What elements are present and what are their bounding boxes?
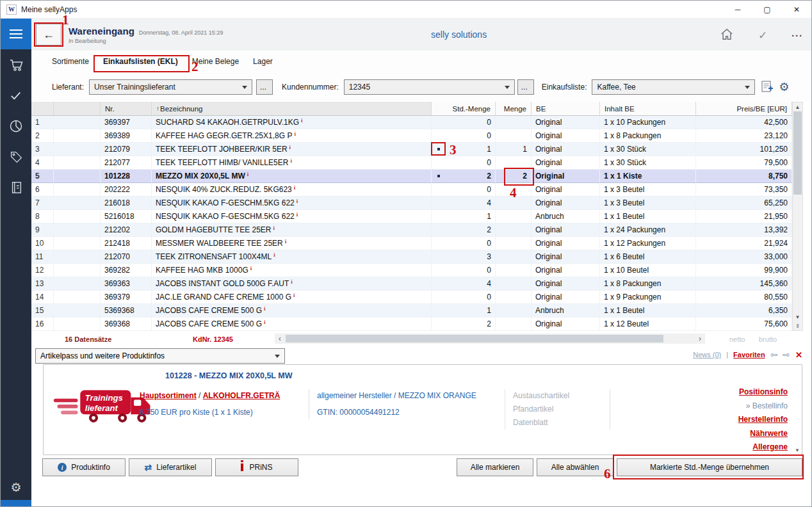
- prev-article-icon[interactable]: ⇦: [770, 350, 778, 360]
- table-row[interactable]: 9 212202 GOLDM HAGEBUTTE TEE 25ER 2 Orig…: [31, 223, 792, 237]
- tab[interactable]: Meine Belege: [192, 57, 239, 66]
- table-row[interactable]: 3 212079 TEEK TEEFLOTT JOHBEER/KIR 5ER 1…: [31, 143, 792, 156]
- horizontal-scroll-thumb[interactable]: [286, 335, 663, 342]
- std-menge-uebernehmen-button[interactable]: Markierte Std.-Menge übernehmen: [617, 458, 802, 476]
- sidebar-item-prices[interactable]: [1, 141, 31, 172]
- lieferant-more-button[interactable]: ...: [256, 79, 273, 95]
- maximize-button[interactable]: ▢: [752, 1, 782, 19]
- new-list-icon[interactable]: [761, 80, 774, 95]
- menge-cell[interactable]: [496, 277, 532, 291]
- vertical-scroll-thumb[interactable]: [793, 111, 802, 195]
- menge-cell[interactable]: [496, 250, 532, 264]
- tab[interactable]: Lager: [253, 57, 273, 66]
- detail-info-link[interactable]: Nährwerte: [610, 427, 788, 441]
- scroll-right-icon[interactable]: ›: [695, 334, 705, 343]
- article-number: 369397: [101, 116, 152, 129]
- col-be[interactable]: BE: [532, 102, 600, 116]
- list-settings-icon[interactable]: ⚙: [779, 80, 789, 94]
- news-link[interactable]: News (0): [693, 351, 721, 358]
- tab[interactable]: Sortimente: [52, 57, 89, 66]
- alle-markieren-button[interactable]: Alle markieren: [457, 458, 533, 476]
- menge-cell[interactable]: [496, 264, 532, 277]
- home-button[interactable]: [718, 27, 736, 44]
- menge-cell[interactable]: [496, 237, 532, 250]
- preis-cell: 101,250: [696, 143, 792, 156]
- more-menu-button[interactable]: ···: [788, 27, 806, 44]
- kundennummer-more-button[interactable]: ...: [517, 79, 534, 95]
- inactive-attribute: Datenblatt: [513, 416, 610, 430]
- menge-cell[interactable]: [496, 156, 532, 170]
- table-row[interactable]: 10 212418 MESSMER WALDBEERE TEE 25ER 0 O…: [31, 237, 792, 250]
- prins-button[interactable]: PRiNS: [215, 458, 298, 476]
- article-name: TEEK TEEFLOTT HIMB/ VANILLE5ER: [152, 156, 432, 170]
- kundennummer-select[interactable]: 12345: [344, 79, 515, 95]
- col-nr[interactable]: Nr.: [101, 102, 152, 116]
- sidebar-settings-button[interactable]: ⚙: [1, 474, 31, 500]
- detail-scroll-down-icon[interactable]: ▼: [795, 447, 800, 453]
- table-row[interactable]: 16 369368 JACOBS CAFE CREME 500 G 2 Orig…: [31, 318, 792, 331]
- detail-view-select[interactable]: Artikelpass und weitere Produktinfos: [35, 348, 285, 364]
- table-row[interactable]: 4 212077 TEEK TEEFLOTT HIMB/ VANILLE5ER …: [31, 156, 792, 170]
- menge-cell[interactable]: [496, 116, 532, 129]
- col-preis[interactable]: Preis/BE [EUR]: [696, 102, 792, 116]
- table-row[interactable]: 11 212070 TEEK ZITRONENSAFT 100X4ML 3 Or…: [31, 250, 792, 264]
- sidebar-item-catalog[interactable]: [1, 172, 31, 203]
- scroll-down-icon[interactable]: ▼: [793, 312, 802, 321]
- lieferartikel-button[interactable]: ⇄ Lieferartikel: [129, 458, 212, 476]
- minimize-button[interactable]: ─: [723, 1, 752, 19]
- col-std-menge[interactable]: Std.-Menge: [432, 102, 496, 116]
- detail-info-link[interactable]: Herstellerinfo: [610, 413, 788, 427]
- table-row[interactable]: 12 369282 KAFFEE HAG MKB 1000G 0 Origina…: [31, 264, 792, 277]
- menge-cell[interactable]: [496, 129, 532, 143]
- menge-cell[interactable]: [496, 304, 532, 318]
- preis-cell: 65,250: [696, 197, 792, 210]
- table-row[interactable]: 2 369389 KAFFEE HAG GEGR.GETR.25X1,8G P …: [31, 129, 792, 143]
- menge-cell[interactable]: [496, 223, 532, 237]
- approve-button[interactable]: ✓: [754, 27, 772, 44]
- menge-cell[interactable]: [496, 210, 532, 223]
- table-row[interactable]: 7 216018 NESQUIK KAKAO F-GESCHM.5KG 622 …: [31, 197, 792, 210]
- sidebar-item-statistics[interactable]: [1, 111, 31, 141]
- favoriten-link[interactable]: Favoriten: [733, 351, 765, 358]
- lieferant-select[interactable]: Unser Trainingslieferant: [89, 79, 252, 95]
- table-row[interactable]: 1 369397 SUCHARD S4 KAKAOH.GETRPULV.1KG …: [31, 116, 792, 129]
- sidebar-item-tasks[interactable]: [1, 80, 31, 111]
- detail-info-link[interactable]: » Bestellinfo: [610, 399, 788, 414]
- back-button[interactable]: ←: [36, 24, 61, 45]
- scroll-updown-icon[interactable]: ⇕: [793, 321, 802, 330]
- menge-cell[interactable]: 2: [496, 170, 532, 183]
- scroll-up-icon[interactable]: ▲: [793, 102, 802, 111]
- menge-cell[interactable]: [496, 291, 532, 304]
- sidebar-menu-button[interactable]: [1, 19, 31, 49]
- menge-cell[interactable]: [496, 197, 532, 210]
- col-bezeichnung[interactable]: ↑ Bezeichnung: [152, 102, 432, 116]
- vertical-scrollbar[interactable]: ▲ ▼ ⇕: [792, 102, 803, 331]
- detail-title: 101228 - MEZZO MIX 20X0,5L MW: [165, 371, 292, 380]
- menge-cell[interactable]: [496, 318, 532, 331]
- hauptsortiment-link[interactable]: Hauptsortiment: [140, 391, 197, 400]
- menge-cell[interactable]: 1: [496, 143, 532, 156]
- col-menge[interactable]: Menge: [496, 102, 532, 116]
- menge-cell[interactable]: [496, 183, 532, 197]
- tab[interactable]: Einkaufslisten (EKL): [103, 57, 178, 66]
- close-button[interactable]: ✕: [782, 1, 811, 19]
- sidebar-item-cart[interactable]: [1, 49, 31, 80]
- warengruppe-link[interactable]: ALKOHOLFR.GETRÄ: [203, 391, 280, 400]
- table-row[interactable]: 14 369379 JAC.LE GRAND CAFE CREME 1000 G…: [31, 291, 792, 304]
- table-row[interactable]: 5 101228 MEZZO MIX 20X0,5L MW 2 2 Origin…: [31, 170, 792, 183]
- col-inhalt-be[interactable]: Inhalt BE: [600, 102, 696, 116]
- table-row[interactable]: 6 202222 NESQUIK 40% ZUCK.REDUZ. 5KG623 …: [31, 183, 792, 197]
- horizontal-scrollbar[interactable]: ‹ ›: [275, 334, 705, 344]
- table-row[interactable]: 15 5369368 JACOBS CAFE CREME 500 G 1 Anb…: [31, 304, 792, 318]
- alle-abwaehlen-button[interactable]: Alle abwählen: [537, 458, 613, 476]
- close-detail-icon[interactable]: ✕: [795, 350, 802, 360]
- ellipsis-icon: ···: [792, 30, 803, 41]
- detail-info-link[interactable]: Allergene: [610, 440, 788, 455]
- produktinfo-button[interactable]: i Produktinfo: [42, 458, 126, 476]
- next-article-icon[interactable]: ⇨: [783, 350, 790, 360]
- detail-info-link[interactable]: Positionsinfo: [610, 385, 788, 399]
- scroll-left-icon[interactable]: ‹: [275, 334, 285, 343]
- table-row[interactable]: 8 5216018 NESQUIK KAKAO F-GESCHM.5KG 622…: [31, 210, 792, 223]
- einkaufsliste-select[interactable]: Kaffee, Tee: [592, 79, 755, 95]
- table-row[interactable]: 13 369363 JACOBS INSTANT GOLD 500G F.AUT…: [31, 277, 792, 291]
